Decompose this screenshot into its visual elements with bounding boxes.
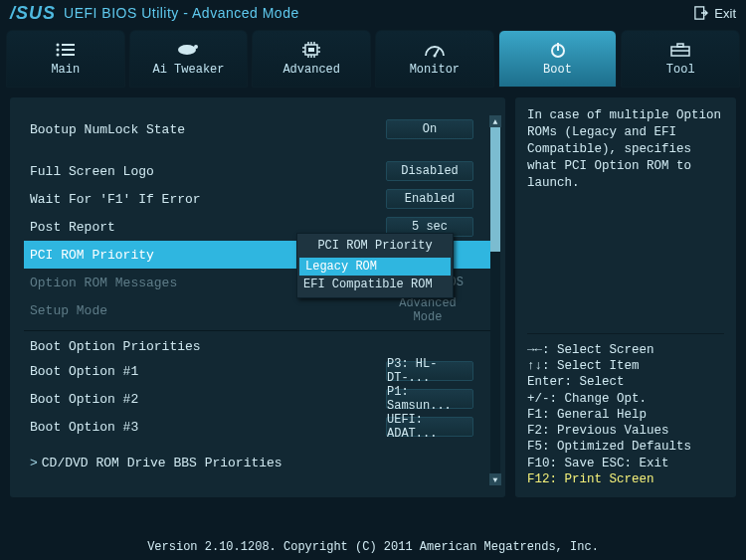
power-icon (546, 41, 570, 59)
tab-tool[interactable]: Tool (621, 30, 740, 88)
tab-label: Ai Tweaker (153, 63, 225, 77)
list-icon (54, 41, 78, 59)
setting-value-dimmed: Advanced Mode (384, 296, 471, 324)
boot-option-label: Boot Option #1 (24, 364, 386, 379)
svg-point-22 (433, 55, 436, 58)
top-bar: /SUS UEFI BIOS Utility - Advanced Mode E… (0, 0, 746, 26)
chevron-right-icon: > (30, 456, 38, 470)
help-panel: In case of multiple Option ROMs (Legacy … (515, 97, 736, 497)
exit-label: Exit (714, 6, 736, 21)
svg-rect-10 (308, 48, 314, 52)
boot-option-row[interactable]: Boot Option #2 P1: Samsun... (24, 385, 491, 413)
key-hint: F1: General Help (527, 407, 724, 423)
boot-option-row[interactable]: Boot Option #3 UEFI: ADAT... (24, 413, 491, 441)
scrollbar[interactable]: ▲ ▼ (489, 115, 501, 485)
setting-row[interactable]: Bootup NumLock State On (24, 115, 491, 143)
setting-row[interactable]: Wait For 'F1' If Error Enabled (24, 185, 491, 213)
key-hint: F10: Save ESC: Exit (527, 456, 724, 471)
tab-label: Monitor (410, 63, 460, 77)
tab-main[interactable]: Main (6, 30, 125, 88)
brand-logo: /SUS (10, 3, 56, 24)
divider (24, 330, 491, 331)
bbs-priorities-label: CD/DVD ROM Drive BBS Priorities (42, 456, 282, 470)
tab-label: Tool (666, 63, 695, 77)
pci-rom-priority-popup: PCI ROM Priority Legacy ROM EFI Compatib… (296, 233, 454, 298)
scroll-track[interactable] (490, 127, 500, 473)
setting-row-dimmed: Setup Mode Advanced Mode (24, 296, 491, 324)
setting-label: Bootup NumLock State (24, 122, 386, 137)
body: Bootup NumLock State On Full Screen Logo… (0, 88, 746, 532)
bbs-priorities-link[interactable]: > CD/DVD ROM Drive BBS Priorities (24, 451, 491, 474)
chip-icon (299, 41, 323, 59)
svg-rect-6 (62, 54, 75, 56)
svg-point-7 (178, 45, 196, 55)
bios-screen: /SUS UEFI BIOS Utility - Advanced Mode E… (0, 0, 746, 560)
tab-boot[interactable]: Boot (498, 30, 618, 88)
boot-option-label: Boot Option #3 (24, 420, 386, 435)
scroll-down-button[interactable]: ▼ (489, 473, 501, 485)
boot-option-value[interactable]: P3: HL-DT-... (386, 361, 473, 381)
scroll-up-button[interactable]: ▲ (489, 115, 501, 127)
popup-option[interactable]: EFI Compatible ROM (297, 276, 453, 293)
help-text: In case of multiple Option ROMs (Legacy … (527, 107, 724, 191)
boot-option-value[interactable]: UEFI: ADAT... (386, 417, 473, 437)
tab-bar: Main Ai Tweaker Advanced Monitor Boot To… (0, 26, 746, 88)
settings-panel: Bootup NumLock State On Full Screen Logo… (10, 97, 505, 497)
setting-value[interactable]: Disabled (386, 161, 473, 181)
popup-title: PCI ROM Priority (297, 234, 453, 258)
key-hint: Enter: Select (527, 374, 724, 390)
setting-label: Full Screen Logo (24, 164, 386, 179)
toolbox-icon (668, 41, 692, 59)
key-hint-highlight: F12: Print Screen (527, 471, 724, 487)
popup-option[interactable]: Legacy ROM (299, 258, 451, 276)
key-hint: +/-: Change Opt. (527, 391, 724, 407)
setting-row[interactable]: Full Screen Logo Disabled (24, 157, 491, 185)
exit-button[interactable]: Exit (694, 6, 736, 21)
divider (527, 333, 724, 334)
tab-label: Main (51, 63, 80, 77)
svg-rect-4 (62, 49, 75, 51)
setting-value[interactable]: On (386, 119, 473, 139)
tab-monitor[interactable]: Monitor (375, 30, 494, 88)
footer-version: Version 2.10.1208. Copyright (C) 2011 Am… (0, 532, 746, 560)
setting-value[interactable]: Enabled (386, 189, 473, 209)
svg-point-1 (56, 44, 59, 47)
tab-ai-tweaker[interactable]: Ai Tweaker (129, 30, 249, 88)
svg-rect-2 (62, 44, 75, 46)
scroll-thumb[interactable] (490, 127, 500, 252)
tab-label: Advanced (282, 63, 340, 77)
app-title: UEFI BIOS Utility - Advanced Mode (64, 5, 299, 21)
key-hint: F5: Optimized Defaults (527, 439, 724, 455)
key-legend: →←: Select Screen ↑↓: Select Item Enter:… (527, 342, 724, 487)
svg-point-5 (56, 54, 59, 57)
setting-label: Wait For 'F1' If Error (24, 192, 386, 207)
svg-rect-26 (677, 44, 683, 47)
boot-option-label: Boot Option #2 (24, 392, 386, 407)
tweaker-icon (177, 41, 201, 59)
key-hint: ↑↓: Select Item (527, 358, 724, 374)
svg-point-8 (194, 45, 198, 49)
boot-option-value[interactable]: P1: Samsun... (386, 389, 473, 409)
key-hint: →←: Select Screen (527, 342, 724, 358)
key-hint: F2: Previous Values (527, 423, 724, 439)
boot-option-row[interactable]: Boot Option #1 P3: HL-DT-... (24, 357, 491, 385)
exit-icon (694, 6, 708, 20)
boot-priorities-heading: Boot Option Priorities (24, 335, 491, 357)
setting-label: Setup Mode (24, 303, 384, 318)
tab-label: Boot (543, 63, 572, 77)
gauge-icon (423, 41, 447, 59)
tab-advanced[interactable]: Advanced (252, 30, 371, 88)
svg-point-3 (56, 49, 59, 52)
